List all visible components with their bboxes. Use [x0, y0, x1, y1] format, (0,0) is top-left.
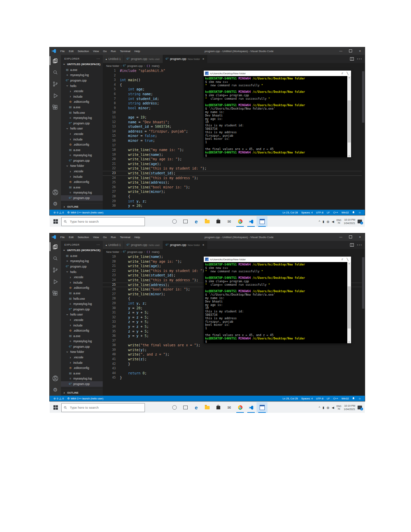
- platform[interactable]: Win32: [340, 211, 350, 214]
- taskbar-app-edge[interactable]: e: [191, 216, 202, 227]
- indentation[interactable]: Spaces: 4: [300, 211, 314, 214]
- explorer-item-new-folder[interactable]: ›New folder: [61, 163, 103, 169]
- taskbar-app-mail[interactable]: ✉: [224, 402, 235, 413]
- explorer-item--vscode[interactable]: ›.vscode: [61, 169, 103, 174]
- taskbar-app-mintty[interactable]: [257, 216, 267, 227]
- outline-section[interactable]: › OUTLINE: [61, 203, 103, 210]
- notification-center-icon[interactable]: 1: [358, 220, 362, 223]
- account-icon[interactable]: [50, 186, 61, 198]
- explorer-item-include[interactable]: ›include: [61, 94, 103, 99]
- close-button[interactable]: ×: [355, 49, 365, 53]
- explorer-item-program-cpp[interactable]: C⁺program.cpp: [61, 307, 103, 312]
- explorer-item-a-exe[interactable]: ▤a.exe: [61, 253, 103, 259]
- language-indicator[interactable]: ENG IN: [337, 405, 341, 410]
- scroll-down-icon[interactable]: ▼: [347, 155, 351, 157]
- editor-scrollbar[interactable]: [362, 69, 365, 210]
- settings-gear-icon[interactable]: ⚙: [50, 384, 61, 396]
- taskbar-app-mintty[interactable]: [257, 402, 267, 413]
- notification-center-icon[interactable]: 1: [358, 406, 362, 409]
- battery-icon[interactable]: ▮: [323, 220, 324, 223]
- explorer-item--vscode[interactable]: ›.vscode: [61, 88, 103, 94]
- menu-help[interactable]: Help: [132, 50, 142, 53]
- explorer-item-program-cpp[interactable]: C⁺program.cpp: [61, 344, 103, 349]
- close-icon[interactable]: ×: [202, 57, 204, 61]
- menu-view[interactable]: View: [91, 50, 101, 53]
- breadcrumb[interactable]: New folder › C⁺ program.cpp › ❬❭ main(): [103, 249, 365, 255]
- explorer-item-include[interactable]: ›include: [61, 323, 103, 328]
- explorer-item--vscode[interactable]: ›.vscode: [61, 274, 103, 280]
- maximize-icon[interactable]: Γ: [342, 72, 343, 75]
- close-icon[interactable]: ╲: [347, 258, 348, 261]
- code-line[interactable]: 20 write_line("my age is: ");: [103, 157, 365, 162]
- explorer-item-a-exe[interactable]: ▤a.exe: [61, 104, 103, 110]
- run-debug-icon[interactable]: [50, 90, 61, 101]
- editor-scrollbar[interactable]: [362, 255, 365, 396]
- tab-untitled-1[interactable]: ●Untitled-1: [103, 55, 124, 63]
- code-line[interactable]: 29 int y, z;: [103, 199, 365, 204]
- explorer-item-myeasylog-log[interactable]: ≡myeasylog.log: [61, 301, 103, 307]
- workspace-root[interactable]: › UNTITLED (WORKSPACE): [61, 62, 103, 67]
- code-line[interactable]: 39 write(y);: [103, 348, 365, 352]
- explorer-item--vscode[interactable]: ›.vscode: [61, 355, 103, 360]
- search-input[interactable]: [69, 405, 142, 410]
- encoding[interactable]: UTF-8: [314, 397, 325, 400]
- cursor-position[interactable]: Ln 23, Col 28: [281, 211, 300, 214]
- explorer-item--editorconfig[interactable]: ⚙.editorconfig: [61, 285, 103, 291]
- account-icon[interactable]: [50, 372, 61, 384]
- maximize-icon[interactable]: Γ: [342, 258, 343, 261]
- explorer-item--editorconfig[interactable]: ⚙.editorconfig: [61, 328, 103, 333]
- scroll-down-icon[interactable]: ▼: [347, 341, 351, 343]
- taskbar-app-task-view[interactable]: [180, 216, 191, 227]
- tab-untitled-1[interactable]: ●Untitled-1: [103, 241, 124, 249]
- explorer-item-program-cpp[interactable]: C⁺program.cpp: [61, 78, 103, 83]
- extensions-icon[interactable]: [50, 287, 61, 299]
- menu-terminal[interactable]: Terminal: [118, 50, 132, 53]
- source-control-icon[interactable]: [50, 78, 61, 90]
- taskbar-app-vscode[interactable]: [246, 402, 257, 413]
- launch-config[interactable]: ⚙ W64 C++ launch (hello user): [65, 397, 105, 400]
- start-button[interactable]: [50, 216, 61, 227]
- restore-button[interactable]: [346, 235, 355, 239]
- network-icon[interactable]: ◍: [327, 406, 329, 409]
- explorer-item-include[interactable]: ›include: [61, 137, 103, 142]
- explorer-item-myeasylog-log[interactable]: ≡myeasylog.log: [61, 115, 103, 121]
- language-indicator[interactable]: ENG IN: [337, 219, 341, 224]
- code-line[interactable]: 28 {: [103, 194, 365, 199]
- taskbar-search[interactable]: [61, 217, 145, 226]
- explorer-item-a-exe[interactable]: ▤a.exe: [61, 371, 103, 376]
- eol[interactable]: LF: [325, 211, 332, 214]
- battery-icon[interactable]: ▮: [323, 406, 324, 409]
- settings-gear-icon[interactable]: ⚙: [50, 198, 61, 210]
- feedback-icon[interactable]: ☺: [357, 397, 363, 400]
- code-line[interactable]: 43: [103, 366, 365, 371]
- explorer-item-program-cpp[interactable]: C⁺program.cpp: [61, 381, 103, 387]
- explorer-item-hello-exe[interactable]: ▤hello.exe: [61, 296, 103, 301]
- start-button[interactable]: [50, 402, 61, 413]
- menu-edit[interactable]: Edit: [67, 236, 76, 239]
- mintty-terminal-window[interactable]: /c/Users/kc/Desktop/New folder Γ ╲ kc@DE…: [204, 71, 351, 157]
- menu-selection[interactable]: Selection: [76, 236, 91, 239]
- menu-run[interactable]: Run: [109, 236, 118, 239]
- show-hidden-icons-chevron[interactable]: ^: [319, 220, 320, 223]
- explorer-item-a-exe[interactable]: ▤a.exe: [61, 67, 103, 73]
- taskbar-app-file-explorer[interactable]: [202, 216, 213, 227]
- search-input[interactable]: [69, 219, 142, 224]
- explorer-item-program-cpp[interactable]: C⁺program.cpp: [61, 121, 103, 126]
- explorer-item--editorconfig[interactable]: ⚙.editorconfig: [61, 179, 103, 185]
- code-line[interactable]: 22 write_line("this is my student id: ")…: [103, 166, 365, 171]
- explorer-item--vscode[interactable]: ›.vscode: [61, 131, 103, 137]
- taskbar-app-vscode[interactable]: [246, 216, 257, 227]
- explorer-item-hello-user[interactable]: ›hello user: [61, 312, 103, 318]
- restore-button[interactable]: [346, 49, 355, 53]
- code-line[interactable]: 26 write_line("bool minor is: ");: [103, 185, 365, 190]
- eol[interactable]: LF: [325, 397, 332, 400]
- taskbar-app-cortana[interactable]: [169, 216, 180, 227]
- mintty-terminal-window[interactable]: /c/Users/kc/Desktop/New folder Γ ╲ kc@DE…: [204, 257, 351, 343]
- code-line[interactable]: 23 write_line(student_id);: [103, 171, 365, 176]
- taskbar-app-store[interactable]: [213, 402, 224, 413]
- taskbar-app-cortana[interactable]: [169, 402, 180, 413]
- explorer-item-include[interactable]: ›include: [61, 174, 103, 180]
- problems-indicator[interactable]: ⊘0 △0: [52, 397, 65, 400]
- network-icon[interactable]: ◍: [327, 220, 329, 223]
- taskbar-app-chrome[interactable]: [235, 216, 246, 227]
